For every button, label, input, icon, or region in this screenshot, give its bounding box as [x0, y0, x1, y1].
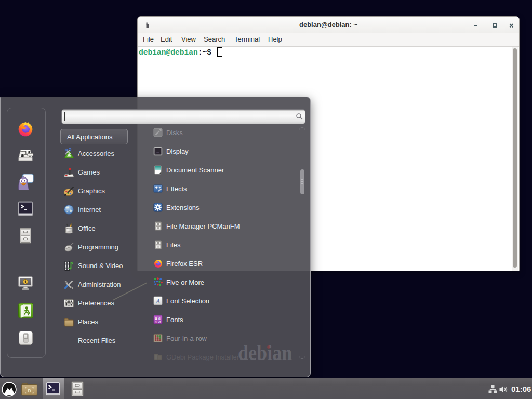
svg-text:a: a	[155, 319, 157, 324]
svg-text:D: D	[28, 388, 31, 393]
svg-text:a: a	[158, 319, 161, 324]
svg-text:A: A	[155, 297, 160, 305]
